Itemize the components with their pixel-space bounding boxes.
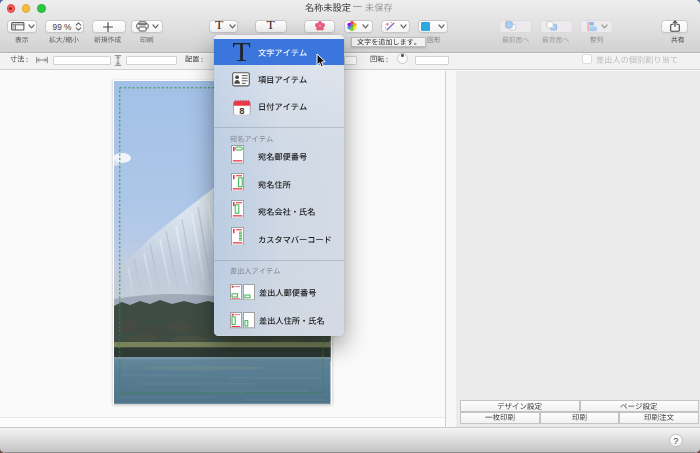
svg-text:8: 8 (239, 104, 244, 115)
